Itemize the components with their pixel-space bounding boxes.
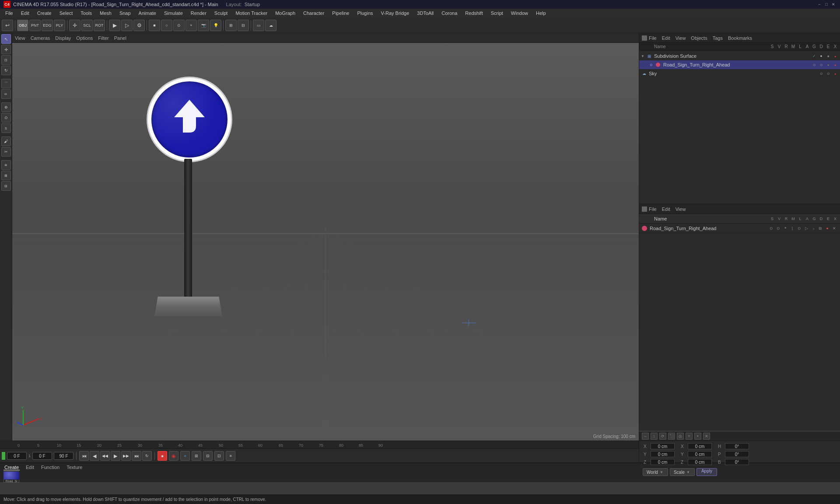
subdiv-tool[interactable]: ⊞ bbox=[1, 171, 11, 180]
snap-button[interactable]: ⊞ bbox=[225, 20, 237, 31]
sky-flag-s[interactable]: ⊙ bbox=[818, 70, 824, 77]
menu-mograph[interactable]: MoGraph bbox=[272, 10, 299, 17]
flag-v[interactable]: ● bbox=[818, 53, 824, 59]
roadsign-flag-r[interactable]: ■ bbox=[825, 62, 831, 68]
polygon-pen-tool[interactable]: ✏ bbox=[1, 89, 11, 99]
autokey-btn[interactable]: ◉ bbox=[169, 451, 178, 461]
roadsign-flag-v[interactable]: ⊙ bbox=[818, 62, 824, 68]
sky-button[interactable]: ☁ bbox=[265, 20, 276, 31]
coord-icon-7[interactable]: ⚬ bbox=[694, 433, 701, 440]
brush-tool[interactable]: ⊙ bbox=[1, 113, 11, 122]
frame-rate-btn[interactable]: ⊞ bbox=[192, 451, 201, 461]
go-to-start-btn[interactable]: ⏮ bbox=[79, 451, 89, 461]
hair-tool[interactable]: ≋ bbox=[1, 160, 11, 170]
asel-m[interactable]: ⊙ bbox=[796, 226, 802, 231]
z-pos-input[interactable] bbox=[651, 459, 675, 465]
render-button[interactable]: ▶ bbox=[109, 20, 120, 31]
minimize-button[interactable]: − bbox=[816, 1, 822, 7]
live-selection-tool[interactable]: ↖ bbox=[1, 34, 11, 44]
move-tool-button[interactable]: ✛ bbox=[69, 20, 80, 31]
point-mode-button[interactable]: PNT bbox=[29, 20, 41, 31]
world-mode-button[interactable]: World ▼ bbox=[643, 468, 668, 476]
magnet-tool[interactable]: ⊛ bbox=[1, 102, 11, 112]
timecode-btn[interactable]: ⊡ bbox=[214, 451, 224, 461]
y-rot-input[interactable] bbox=[688, 451, 712, 457]
light-button[interactable]: 💡 bbox=[210, 20, 221, 31]
object-item-roadsign[interactable]: ⊙ Road_Sign_Turn_Right_Ahead ⊙ ⊙ ■ ● bbox=[639, 60, 840, 69]
coord-icon-move[interactable]: ↔ bbox=[642, 433, 649, 440]
scale-mode-button[interactable]: Scale ▼ bbox=[670, 468, 695, 476]
frame-end-input[interactable] bbox=[54, 452, 74, 460]
render-settings-button[interactable]: ⚙ bbox=[133, 20, 145, 31]
p-input[interactable] bbox=[725, 451, 749, 457]
menu-plugins[interactable]: Plugins bbox=[354, 10, 376, 17]
paint-tool[interactable]: 🖌 bbox=[1, 136, 11, 146]
edge-mode-button[interactable]: EDG bbox=[42, 20, 53, 31]
loop-btn[interactable]: ↻ bbox=[142, 451, 152, 461]
asel-a[interactable]: ▷ bbox=[803, 226, 809, 231]
object-manager-objects-btn[interactable]: Objects bbox=[691, 35, 707, 41]
x-rot-input[interactable] bbox=[688, 443, 712, 449]
menu-snap[interactable]: Snap bbox=[116, 10, 134, 17]
attr-edit-btn[interactable]: Edit bbox=[662, 206, 670, 212]
prev-frame-btn[interactable]: ◀ bbox=[90, 451, 99, 461]
record-btn[interactable]: ● bbox=[158, 451, 167, 461]
viewport-filter-menu[interactable]: Filter bbox=[98, 35, 108, 41]
mat-tab-edit[interactable]: Edit bbox=[25, 465, 35, 470]
menu-render[interactable]: Render bbox=[187, 10, 210, 17]
sky-flag-v[interactable]: ⊙ bbox=[825, 70, 831, 77]
menu-script[interactable]: Script bbox=[487, 10, 507, 17]
asel-d[interactable]: ⊞ bbox=[817, 226, 823, 231]
move-tool[interactable]: ✛ bbox=[1, 45, 11, 54]
menu-corona[interactable]: Corona bbox=[438, 10, 461, 17]
viewport-panel-menu[interactable]: Panel bbox=[114, 35, 126, 41]
viewport-options-menu[interactable]: Options bbox=[76, 35, 93, 41]
b-input[interactable] bbox=[725, 459, 749, 465]
asel-s[interactable]: ⊙ bbox=[768, 226, 774, 231]
play-reverse-btn[interactable]: ◀◀ bbox=[100, 451, 110, 461]
flag-r[interactable]: ■ bbox=[825, 53, 831, 59]
material-item-roadsign[interactable]: Road_Si bbox=[4, 471, 19, 483]
mat-tab-create[interactable]: Create bbox=[4, 465, 20, 470]
x-pos-input[interactable] bbox=[651, 443, 675, 449]
menu-edit[interactable]: Edit bbox=[18, 10, 33, 17]
object-manager-view-btn[interactable]: View bbox=[676, 35, 686, 41]
menu-file[interactable]: File bbox=[2, 10, 17, 17]
flag-s[interactable]: ✓ bbox=[811, 53, 817, 59]
h-input[interactable] bbox=[725, 443, 749, 449]
maximize-button[interactable]: □ bbox=[823, 1, 830, 7]
wire-tool[interactable]: ⊟ bbox=[1, 181, 11, 191]
object-manager-tags-btn[interactable]: Tags bbox=[713, 35, 723, 41]
rotate-tool[interactable]: ↻ bbox=[1, 66, 11, 75]
coord-icon-8[interactable]: ✕ bbox=[703, 433, 710, 440]
coord-icon-4[interactable]: ⬛ bbox=[668, 433, 675, 440]
render-viewport-button[interactable]: ▷ bbox=[121, 20, 133, 31]
object-item-sky[interactable]: ☁ Sky ⊙ ⊙ ● bbox=[639, 69, 840, 78]
asel-v[interactable]: ⊙ bbox=[775, 226, 781, 231]
menu-vray[interactable]: V-Ray Bridge bbox=[378, 10, 413, 17]
object-manager-bookmarks-btn[interactable]: Bookmarks bbox=[728, 35, 752, 41]
smooth-tool[interactable]: S bbox=[1, 123, 11, 133]
attr-file-btn[interactable]: File bbox=[649, 206, 657, 212]
attr-view-btn[interactable]: View bbox=[676, 206, 686, 212]
asel-x[interactable]: ✕ bbox=[831, 226, 837, 231]
coord-icon-5[interactable]: ◎ bbox=[677, 433, 684, 440]
coord-icon-scale[interactable]: ↕ bbox=[651, 433, 658, 440]
expand-arrow[interactable]: ▼ bbox=[641, 54, 644, 58]
menu-character[interactable]: Character bbox=[300, 10, 328, 17]
go-to-end-btn[interactable]: ⏭ bbox=[132, 451, 141, 461]
menu-simulate[interactable]: Simulate bbox=[161, 10, 186, 17]
sphere-button[interactable]: ○ bbox=[161, 20, 172, 31]
menu-sculpt[interactable]: Sculpt bbox=[211, 10, 231, 17]
object-mode-button[interactable]: OBJ bbox=[17, 20, 28, 31]
cube-button[interactable]: ■ bbox=[149, 20, 160, 31]
motion-path-btn[interactable]: ⌖ bbox=[180, 451, 190, 461]
current-frame-input[interactable] bbox=[7, 452, 27, 460]
object-item-subdivision[interactable]: ▼ ⊞ Subdivision Surface ✓ ● ■ ● bbox=[639, 52, 840, 60]
frame-range-input[interactable] bbox=[32, 452, 52, 460]
roadsign-flag-s[interactable]: ⊙ bbox=[811, 62, 817, 68]
coord-icon-6[interactable]: + bbox=[686, 433, 693, 440]
menu-redshift[interactable]: Redshift bbox=[462, 10, 486, 17]
play-forward-btn[interactable]: ▶▶ bbox=[121, 451, 131, 461]
asel-g[interactable]: ⬦ bbox=[810, 226, 816, 231]
